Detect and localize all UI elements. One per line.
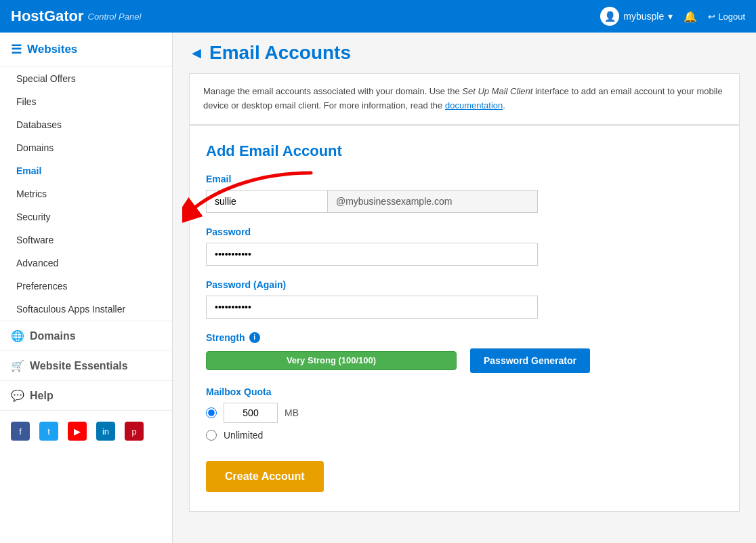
header-left: HostGator Control Panel <box>11 7 141 25</box>
page-title-bar: ◀ Email Accounts <box>173 33 756 73</box>
form-wrapper: Add Email Account Email @mybusinessexamp… <box>189 125 740 512</box>
password-again-input[interactable] <box>206 296 538 319</box>
password-input[interactable] <box>206 243 538 266</box>
setup-mail-client-text: Set Up Mail Client <box>462 86 532 96</box>
notification-bell[interactable]: 🔔 <box>684 10 697 23</box>
twitter-icon[interactable]: t <box>39 422 58 441</box>
add-email-account-title: Add Email Account <box>206 142 723 160</box>
sidebar-domains-label: Domains <box>30 330 76 342</box>
password-form-group: Password <box>206 226 723 266</box>
logo-brand: HostGator <box>11 7 84 25</box>
username: mybusple <box>623 11 664 22</box>
sidebar-item-softaculous[interactable]: Softaculous Apps Installer <box>0 298 172 321</box>
header: HostGator Control Panel 👤 mybusple ▾ 🔔 ↩… <box>0 0 756 33</box>
sidebar-item-advanced[interactable]: Advanced <box>0 252 172 275</box>
email-username-input[interactable] <box>206 190 328 213</box>
sidebar-item-metrics[interactable]: Metrics <box>0 182 172 205</box>
description-text: Manage the email accounts associated wit… <box>203 86 723 110</box>
email-label: Email <box>206 174 723 184</box>
logout-button[interactable]: ↩ Logout <box>708 12 745 22</box>
sidebar-item-files[interactable]: Files <box>0 90 172 113</box>
facebook-icon[interactable]: f <box>11 422 30 441</box>
header-right: 👤 mybusple ▾ 🔔 ↩ Logout <box>600 7 745 26</box>
content-area: Manage the email accounts associated wit… <box>173 73 756 528</box>
linkedin-icon[interactable]: in <box>96 422 115 441</box>
social-links: f t ▶ in p <box>0 410 172 451</box>
quota-unlimited-radio[interactable] <box>206 430 217 441</box>
control-panel-text: Control Panel <box>88 12 142 22</box>
sidebar-item-databases[interactable]: Databases <box>0 113 172 136</box>
quota-section: MB Unlimited <box>206 403 723 441</box>
youtube-icon[interactable]: ▶ <box>68 422 87 441</box>
main-content: ◀ Email Accounts Manage the email accoun… <box>173 33 756 543</box>
password-again-form-group: Password (Again) <box>206 279 723 319</box>
strength-form-group: Strength i Very Strong (100/100) Passwor… <box>206 332 723 373</box>
collapse-sidebar-button[interactable]: ◀ <box>189 43 204 63</box>
email-input-row: @mybusinessexample.com <box>206 190 538 213</box>
sidebar-websites-label: Websites <box>27 43 77 56</box>
strength-bar: Very Strong (100/100) <box>206 351 457 370</box>
create-account-button[interactable]: Create Account <box>206 461 324 492</box>
password-again-label: Password (Again) <box>206 279 723 290</box>
sidebar-help-group[interactable]: 💬 Help <box>0 380 172 410</box>
sidebar-item-software[interactable]: Software <box>0 228 172 252</box>
quota-unlimited-option: Unlimited <box>206 430 723 441</box>
logo: HostGator Control Panel <box>11 7 141 25</box>
help-icon: 💬 <box>11 389 24 402</box>
sidebar-websites-header[interactable]: ☰ Websites <box>0 33 172 67</box>
quota-mb-radio[interactable] <box>206 407 217 418</box>
sidebar-item-security[interactable]: Security <box>0 205 172 228</box>
quota-mb-input[interactable] <box>224 403 278 423</box>
sidebar-website-essentials-label: Website Essentials <box>30 360 128 372</box>
globe-icon: 🌐 <box>11 329 24 342</box>
email-form-group: Email @mybusinessexample.com <box>206 174 723 213</box>
strength-bar-container: Very Strong (100/100) <box>206 351 457 370</box>
sidebar: ☰ Websites Special Offers Files Database… <box>0 33 173 543</box>
mailbox-quota-label: Mailbox Quota <box>206 386 723 397</box>
strength-row: Very Strong (100/100) Password Generator <box>206 348 723 373</box>
sidebar-domains-group[interactable]: 🌐 Domains <box>0 321 172 350</box>
user-info[interactable]: 👤 mybusple ▾ <box>600 7 673 26</box>
layout: ☰ Websites Special Offers Files Database… <box>0 33 756 543</box>
sidebar-item-preferences[interactable]: Preferences <box>0 275 172 298</box>
pinterest-icon[interactable]: p <box>125 422 144 441</box>
quota-unlimited-label[interactable]: Unlimited <box>224 430 263 441</box>
strength-label: Strength i <box>206 332 723 343</box>
page-title: Email Accounts <box>209 42 351 64</box>
form-card: Add Email Account Email @mybusinessexamp… <box>189 125 740 512</box>
logout-icon: ↩ <box>708 12 715 22</box>
chevron-down-icon: ▾ <box>668 11 673 22</box>
password-generator-button[interactable]: Password Generator <box>470 348 590 373</box>
strength-info-icon[interactable]: i <box>249 332 260 343</box>
sidebar-help-label: Help <box>30 390 54 402</box>
quota-unit-label: MB <box>285 407 299 418</box>
quota-mb-option: MB <box>206 403 723 423</box>
mailbox-quota-form-group: Mailbox Quota MB Unlimited <box>206 386 723 441</box>
avatar: 👤 <box>600 7 619 26</box>
sidebar-item-special-offers[interactable]: Special Offers <box>0 67 172 90</box>
cart-icon: 🛒 <box>11 359 24 372</box>
sidebar-item-email[interactable]: Email <box>0 159 172 182</box>
sidebar-item-domains[interactable]: Domains <box>0 136 172 159</box>
menu-icon: ☰ <box>11 42 22 57</box>
email-domain-display: @mybusinessexample.com <box>328 190 538 213</box>
sidebar-website-essentials-group[interactable]: 🛒 Website Essentials <box>0 350 172 380</box>
password-label: Password <box>206 226 723 237</box>
documentation-link[interactable]: documentation <box>445 100 503 110</box>
description-box: Manage the email accounts associated wit… <box>189 73 740 125</box>
